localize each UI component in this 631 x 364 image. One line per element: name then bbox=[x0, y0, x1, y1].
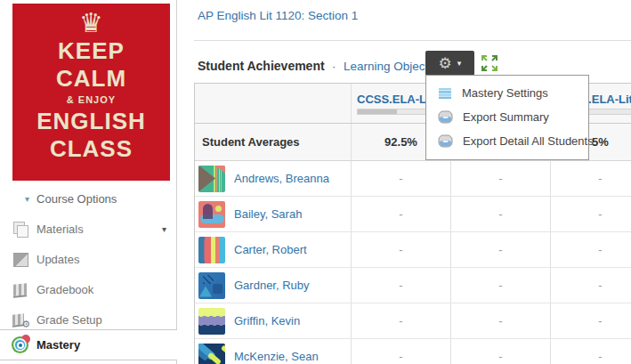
student-name-link[interactable]: Carter, Robert bbox=[234, 243, 307, 256]
chevron-down-icon: ▾ bbox=[457, 59, 462, 68]
separator-dot: · bbox=[332, 60, 336, 73]
score-cell: - bbox=[351, 197, 450, 231]
course-options-label: Course Options bbox=[36, 192, 117, 206]
average-value: 92.5% bbox=[384, 135, 417, 149]
expand-fullscreen-button[interactable] bbox=[480, 53, 499, 73]
avatar bbox=[198, 344, 225, 364]
menu-item-label: Export Summary bbox=[463, 110, 549, 124]
sidebar-menu: Materials▾UpdatesGradebookGrade Setup bbox=[0, 214, 177, 335]
sidebar-item-label: Gradebook bbox=[36, 283, 93, 296]
score-value: - bbox=[399, 279, 402, 292]
score-cell: - bbox=[550, 197, 631, 231]
sidebar-item-label: Grade Setup bbox=[36, 313, 102, 327]
menu-item-label: Export Detail All Students bbox=[463, 134, 594, 148]
sidebar-item-label: Mastery bbox=[36, 338, 80, 352]
materials-icon bbox=[12, 221, 29, 237]
export-icon bbox=[438, 110, 453, 124]
main-content: AP English Lit 1120: Section 1 Student A… bbox=[194, 0, 631, 364]
student-name-cell: Bailey, Sarah bbox=[195, 197, 351, 231]
grade-setup-icon bbox=[12, 311, 29, 328]
gradebook-icon bbox=[12, 281, 29, 297]
poster-text: CALM bbox=[12, 65, 170, 93]
page-title: Student Achievement bbox=[198, 59, 325, 73]
score-cell: - bbox=[550, 161, 631, 196]
score-value: - bbox=[399, 207, 402, 221]
menu-item-export-detail-all-students[interactable]: Export Detail All Students bbox=[426, 129, 588, 153]
score-value: - bbox=[498, 207, 502, 221]
crown-icon: ♛ bbox=[12, 9, 170, 37]
student-name-link[interactable]: Bailey, Sarah bbox=[234, 207, 302, 221]
score-cell: - bbox=[351, 268, 450, 303]
mastery-icon bbox=[12, 336, 28, 353]
table-row: Griffin, Kevin--- bbox=[195, 303, 631, 339]
table-row: Andrews, Breanna--- bbox=[195, 161, 631, 197]
table-corner-cell bbox=[195, 84, 351, 123]
poster-text: KEEP bbox=[12, 37, 170, 65]
menu-item-label: Mastery Settings bbox=[462, 86, 548, 100]
table-row: Carter, Robert--- bbox=[195, 232, 631, 268]
score-cell: - bbox=[550, 232, 631, 267]
student-name-link[interactable]: Gardner, Ruby bbox=[234, 279, 310, 292]
score-cell: - bbox=[450, 232, 550, 267]
score-value: - bbox=[498, 314, 502, 328]
student-name-cell: Andrews, Breanna bbox=[195, 161, 351, 196]
score-cell: - bbox=[550, 339, 631, 364]
score-value: - bbox=[598, 243, 602, 256]
score-cell: - bbox=[351, 232, 450, 267]
list-icon bbox=[438, 87, 452, 100]
student-name-cell: Carter, Robert bbox=[195, 232, 351, 267]
sidebar-item-gradebook[interactable]: Gradebook bbox=[0, 274, 177, 304]
averages-label: Student Averages bbox=[195, 135, 300, 149]
student-name-cell: McKenzie, Sean bbox=[195, 339, 351, 364]
student-name-link[interactable]: Andrews, Breanna bbox=[234, 172, 329, 185]
settings-dropdown-menu: Mastery SettingsExport SummaryExport Det… bbox=[425, 75, 589, 160]
score-cell: - bbox=[450, 339, 550, 364]
avatar bbox=[198, 272, 225, 299]
expand-arrows-icon bbox=[480, 53, 499, 73]
score-value: - bbox=[498, 172, 502, 185]
student-name-cell: Griffin, Kevin bbox=[195, 303, 351, 338]
export-icon bbox=[438, 134, 453, 148]
avatar bbox=[198, 308, 225, 335]
score-value: - bbox=[498, 279, 502, 292]
score-value: - bbox=[598, 350, 602, 363]
score-value: - bbox=[399, 243, 402, 256]
updates-icon bbox=[12, 251, 29, 267]
sidebar-item-mastery[interactable]: Mastery bbox=[0, 329, 177, 360]
menu-item-mastery-settings[interactable]: Mastery Settings bbox=[426, 81, 588, 105]
score-value: - bbox=[399, 350, 402, 363]
average-value: 5% bbox=[592, 135, 609, 149]
score-value: - bbox=[399, 172, 402, 185]
menu-item-export-summary[interactable]: Export Summary bbox=[426, 105, 588, 129]
score-cell: - bbox=[450, 197, 550, 231]
score-cell: - bbox=[351, 161, 450, 196]
student-name-link[interactable]: McKenzie, Sean bbox=[234, 350, 319, 363]
score-value: - bbox=[598, 172, 602, 185]
avatar bbox=[198, 237, 225, 263]
score-value: - bbox=[498, 243, 502, 256]
student-name-cell: Gardner, Ruby bbox=[195, 268, 351, 303]
sidebar-item-label: Updates bbox=[36, 253, 79, 266]
score-cell: - bbox=[450, 303, 550, 338]
course-options-toggle[interactable]: ▾ Course Options bbox=[0, 189, 177, 208]
divider bbox=[194, 40, 631, 41]
avatar bbox=[198, 166, 225, 192]
averages-label-cell: Student Averages bbox=[195, 124, 351, 160]
score-cell: - bbox=[351, 303, 450, 338]
settings-gear-button[interactable]: ⚙ ▾ bbox=[425, 51, 474, 76]
score-value: - bbox=[598, 314, 602, 328]
score-value: - bbox=[598, 207, 602, 221]
sidebar-item-label: Materials bbox=[36, 222, 84, 236]
score-value: - bbox=[498, 350, 502, 363]
poster-text: CLASS bbox=[12, 135, 170, 163]
chevron-down-icon: ▾ bbox=[25, 194, 29, 204]
course-title-link[interactable]: AP English Lit 1120: Section 1 bbox=[198, 9, 358, 22]
sidebar-item-updates[interactable]: Updates bbox=[0, 244, 177, 274]
course-sidebar: ♛ KEEP CALM & ENJOY ENGLISH CLASS ▾ Cour… bbox=[0, 0, 177, 364]
progress-fill bbox=[358, 109, 397, 114]
student-name-link[interactable]: Griffin, Kevin bbox=[234, 314, 300, 328]
score-cell: - bbox=[450, 268, 550, 303]
poster-text: & ENJOY bbox=[12, 93, 170, 108]
sidebar-item-materials[interactable]: Materials▾ bbox=[0, 214, 177, 244]
score-cell: - bbox=[550, 268, 631, 303]
